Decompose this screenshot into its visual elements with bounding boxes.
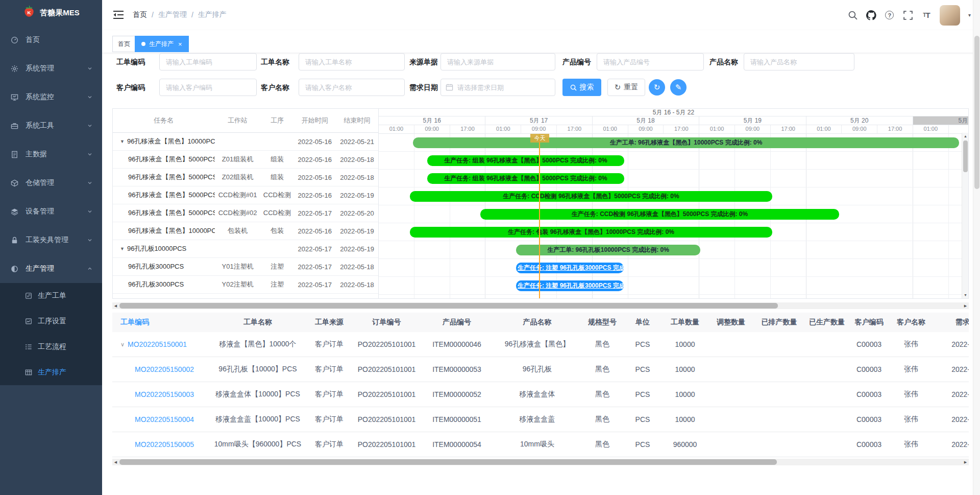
work-order-link[interactable]: MO202205150002 [135, 365, 194, 373]
work-order-link[interactable]: MO202205150004 [135, 415, 194, 423]
gantt-task-row[interactable]: 96孔移液盒【黑色】10000PCS包装机包装2022-05-162022-05… [113, 222, 378, 240]
font-size-icon[interactable]: TT [921, 10, 932, 20]
filter-input-5[interactable] [159, 79, 257, 96]
table-cell: 移液盒盒体 [493, 390, 582, 399]
edit-circle-button[interactable]: ✎ [670, 79, 687, 96]
scroll-up-icon[interactable]: ▲ [962, 133, 969, 139]
work-order-link[interactable]: MO202205150003 [135, 390, 194, 398]
sidebar-collapse-icon[interactable] [113, 10, 124, 19]
gantt-bar[interactable]: 生产工单: 96孔孔板10000PCS 完成比例: 0% [516, 245, 700, 255]
table-column-header: 工单名称 [209, 318, 306, 327]
table-cell: ITEM00000046 [421, 340, 493, 348]
gantt-task-row[interactable]: ▼96孔孔板10000PCS2022-05-172022-05-19 [113, 240, 378, 258]
refresh-circle-button[interactable]: ↻ [649, 79, 665, 96]
scroll-right-icon[interactable]: ▶ [962, 302, 969, 309]
user-menu-caret-icon[interactable]: ▾ [968, 12, 971, 18]
gantt-bar[interactable]: 生产任务: 注塑 96孔孔板3000PCS 完成比例: 0% [516, 263, 624, 273]
filter-input-4[interactable] [744, 53, 854, 70]
tab-production-schedule[interactable]: 生产排产 × [135, 36, 189, 52]
gantt-task-row[interactable]: 96孔移液盒【黑色】5000PCSZ01组装机组装2022-05-162022-… [113, 151, 378, 169]
page-scroll-thumb[interactable] [974, 36, 979, 189]
demand-date-input[interactable] [440, 79, 555, 96]
main-area: 首页 / 生产管理 / 生产排产 ? TT ▾ [102, 0, 980, 495]
table-cell: 960000 [663, 440, 707, 449]
search-button[interactable]: 搜索 [562, 79, 601, 96]
sidebar-item-system-tools[interactable]: 系统工具 [0, 111, 102, 140]
gantt-bar[interactable]: 生产任务: 包装 96孔移液盒【黑色】10000PCS 完成比例: 0% [410, 227, 772, 238]
scroll-left-icon[interactable]: ◀ [112, 459, 119, 465]
gantt-bar[interactable]: 生产工单: 96孔移液盒【黑色】10000PCS 完成比例: 0% [413, 137, 959, 148]
gantt-task-row[interactable]: 96孔移液盒【黑色】5000PCSCCD检测#02CCD检测2022-05-17… [113, 204, 378, 222]
scroll-right-icon[interactable]: ▶ [962, 459, 969, 465]
gantt-bar[interactable]: 生产任务: 组装 96孔移液盒【黑色】5000PCS 完成比例: 0% [427, 155, 624, 166]
table-hscroll-thumb[interactable] [119, 459, 777, 465]
sidebar-item-equipment-management[interactable]: 设备管理 [0, 197, 102, 226]
user-avatar[interactable] [940, 5, 960, 26]
table-cell: 2022-05-22 [934, 340, 969, 348]
filter-input-1[interactable] [299, 53, 405, 70]
gantt-task-row[interactable]: 96孔孔板3000PCSY03注塑机注塑2022-05-172022-05-18 [113, 294, 378, 299]
sidebar-item-label: 生产排产 [38, 368, 102, 377]
scroll-left-icon[interactable]: ◀ [112, 302, 119, 309]
row-expand-icon[interactable]: ∨ [120, 341, 125, 348]
gantt-bar[interactable]: 生产任务: CCD检测 96孔移液盒【黑色】5000PCS 完成比例: 0% [480, 209, 839, 220]
table-cell: 张伟 [888, 390, 934, 399]
gantt-column-header: 工序 [260, 116, 293, 125]
sidebar-item-home[interactable]: 首页 [0, 26, 102, 54]
table-row: ∨MO202205150001移液盒【黑色】10000个客户订单PO202205… [112, 332, 969, 357]
sidebar-item-process-setting[interactable]: 工序设置 [0, 309, 102, 334]
gantt-task-row[interactable]: ▼96孔移液盒【黑色】10000PCS2022-05-162022-05-21 [113, 133, 378, 151]
tab-close-icon[interactable]: × [178, 41, 182, 48]
gantt-task-row[interactable]: 96孔孔板3000PCSY02注塑机注塑2022-05-172022-05-18 [113, 276, 378, 294]
table-cell: C00003 [850, 340, 888, 348]
filter-input-6[interactable] [299, 79, 405, 96]
sidebar-item-label: 工艺流程 [38, 342, 102, 351]
tree-expand-icon[interactable]: ▼ [120, 139, 125, 144]
gantt-hscroll-thumb[interactable] [119, 303, 778, 309]
table-cell: 10000 [663, 365, 707, 373]
gantt-task-row[interactable]: 96孔移液盒【黑色】5000PCSZ02组装机组装2022-05-162022-… [113, 169, 378, 186]
gantt-task-start: 2022-05-16 [293, 174, 336, 181]
gantt-task-row[interactable]: 96孔移液盒【黑色】5000PCSCCD检测#01CCD检测2022-05-16… [113, 186, 378, 204]
scroll-down-icon[interactable]: ▼ [962, 292, 969, 298]
reset-button[interactable]: ↻ 重置 [607, 79, 645, 96]
sidebar-item-production-schedule[interactable]: 生产排产 [0, 360, 102, 385]
sidebar-item-process-flow[interactable]: 工艺流程 [0, 334, 102, 360]
sidebar-item-production-management[interactable]: 生产管理 [0, 254, 102, 283]
filter-input-2[interactable] [440, 53, 555, 70]
search-icon[interactable] [848, 10, 858, 20]
fullscreen-icon[interactable] [903, 10, 913, 20]
github-icon[interactable] [866, 10, 876, 20]
filter-input-3[interactable] [597, 53, 704, 70]
work-order-link[interactable]: MO202205150001 [128, 340, 187, 348]
filter-input-0[interactable] [159, 53, 257, 70]
work-order-link[interactable]: MO202205150005 [135, 440, 194, 449]
help-icon[interactable]: ? [885, 10, 895, 20]
table-column-header: 已排产数量 [754, 318, 804, 327]
sidebar-item-warehouse-management[interactable]: 仓储管理 [0, 169, 102, 197]
gantt-bar[interactable]: 生产任务: 注塑 96孔孔板3000PCS 完成比例: 0% [516, 280, 624, 291]
gantt-bar[interactable]: 生产任务: 组装 96孔移液盒【黑色】5000PCS 完成比例: 0% [427, 173, 624, 184]
breadcrumb-home[interactable]: 首页 [133, 10, 147, 19]
tab-home[interactable]: 首页 [112, 36, 136, 52]
sidebar-item-tooling-management[interactable]: 工装夹具管理 [0, 226, 102, 254]
gantt-day-cell: 5月 16 [379, 116, 485, 125]
sidebar-item-system-monitor[interactable]: 系统监控 [0, 83, 102, 111]
refresh-icon: ↻ [615, 83, 621, 92]
gantt-hour-cell: 17:00 [771, 125, 806, 133]
gantt-bar[interactable]: 生产任务: CCD检测 96孔移液盒【黑色】5000PCS 完成比例: 0% [410, 191, 772, 202]
gantt-task-row[interactable]: 96孔孔板3000PCSY01注塑机注塑2022-05-172022-05-18 [113, 258, 378, 276]
breadcrumb-production-management[interactable]: 生产管理 [158, 10, 187, 19]
gantt-bar-row: 生产任务: 组装 96孔移液盒【黑色】5000PCS 完成比例: 0% [379, 152, 968, 170]
table-cell: 张伟 [888, 365, 934, 374]
sidebar-item-master-data[interactable]: 主数据 [0, 140, 102, 169]
app-logo-row[interactable]: K 苦糖果MES [0, 0, 102, 26]
table-cell: ITEM00000051 [421, 415, 493, 423]
sidebar-item-production-work-order[interactable]: 生产工单 [0, 283, 102, 309]
table-cell: 10000 [663, 340, 707, 348]
tree-expand-icon[interactable]: ▼ [120, 246, 125, 251]
sidebar-item-system-management[interactable]: 系统管理 [0, 54, 102, 83]
gantt-vscroll-thumb[interactable] [963, 140, 968, 172]
gantt-task-process: 注塑 [260, 262, 293, 271]
table-column-header: 需求日期 [934, 318, 969, 327]
